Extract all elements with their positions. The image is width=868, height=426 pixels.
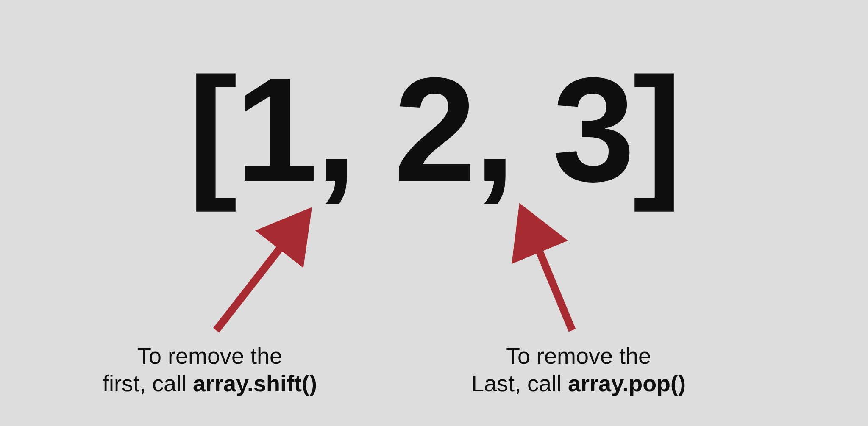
pop-caption: To remove the Last, call array.pop() — [447, 342, 710, 397]
svg-line-1 — [216, 231, 293, 330]
array-literal: [1, 2, 3] — [188, 44, 680, 215]
shift-caption-line2-bold: array.shift() — [193, 371, 317, 396]
pop-caption-line1: To remove the — [506, 343, 651, 368]
shift-caption-line2-plain: first, call — [103, 371, 193, 396]
right-arrow-icon — [502, 220, 629, 347]
svg-line-3 — [531, 231, 572, 330]
left-arrow-icon — [195, 220, 322, 347]
shift-caption-line1: To remove the — [137, 343, 282, 368]
shift-caption: To remove the first, call array.shift() — [78, 342, 341, 397]
pop-caption-line2-plain: Last, call — [471, 371, 568, 396]
pop-caption-line2-bold: array.pop() — [568, 371, 686, 396]
